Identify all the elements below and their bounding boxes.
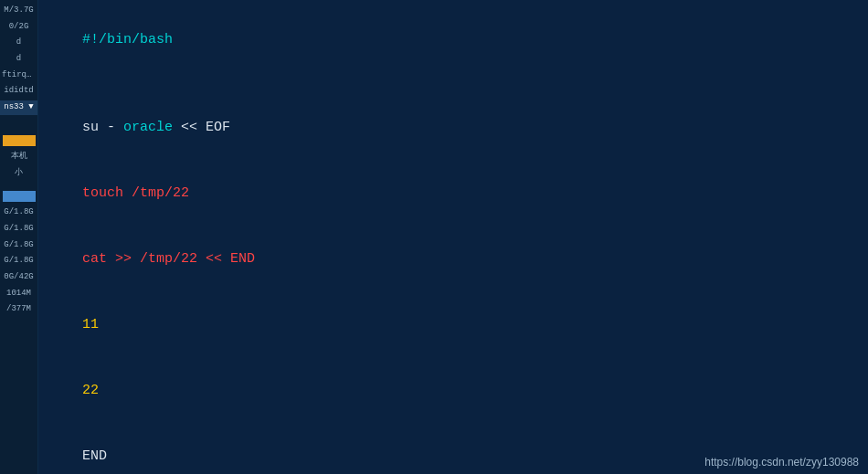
sidebar-stat-memory: M/3.7G (0, 4, 37, 18)
code-editor: #!/bin/bash su - oracle << EOF touch /tm… (38, 0, 868, 474)
oracle-word: oracle (123, 120, 173, 135)
eof-keyword: << EOF (173, 120, 230, 135)
watermark-url: https://blog.csdn.net/zyy130988 (704, 456, 859, 469)
sidebar-local-machine[interactable]: 本机 (0, 150, 37, 164)
sidebar-stat-g1: G/1.8G (0, 205, 37, 220)
number-22: 22 (82, 383, 99, 398)
sidebar-stat-377m: /377M (0, 302, 37, 317)
sidebar-item-1[interactable]: d (0, 36, 37, 50)
sidebar-stat-42g: 0G/42G (0, 270, 37, 285)
sidebar-item-ns33[interactable]: ns33 ▼ (0, 100, 37, 115)
number-11: 11 (82, 317, 99, 332)
sidebar-small: 小 (0, 166, 37, 181)
sidebar-stat-g2: G/1.8G (0, 222, 37, 237)
touch-line: touch /tmp/22 (49, 161, 857, 226)
sidebar-item-3[interactable]: ftirqd+ (0, 68, 37, 83)
sidebar: M/3.7G 0/2G d d ftirqd+ ididtd ns33 ▼ 本机… (0, 0, 38, 474)
cat-line: cat >> /tmp/22 << END (49, 226, 857, 292)
sidebar-stat-disk: 0/2G (0, 20, 37, 35)
sidebar-stat-g4: G/1.8G (0, 254, 37, 269)
number-11-line: 11 (49, 292, 857, 358)
end-keyword: END (82, 448, 107, 464)
shebang-line: #!/bin/bash (49, 7, 857, 73)
cat-command: cat >> /tmp/22 << END (82, 251, 255, 267)
sidebar-stat-g3: G/1.8G (0, 238, 37, 253)
sidebar-bar-chart-2 (3, 184, 36, 202)
su-command: su - (82, 120, 123, 135)
touch-command: touch /tmp/22 (82, 185, 189, 201)
sidebar-stat-1014m: 1014M (0, 287, 37, 301)
sidebar-bar-chart (3, 119, 36, 146)
sidebar-item-4[interactable]: ididtd (0, 84, 37, 99)
number-22-line: 22 (49, 358, 857, 424)
sidebar-item-2[interactable]: d (0, 52, 37, 67)
blank-line-1 (49, 73, 857, 95)
shebang-text: #!/bin/bash (82, 32, 173, 47)
su-oracle-line: su - oracle << EOF (49, 95, 857, 161)
